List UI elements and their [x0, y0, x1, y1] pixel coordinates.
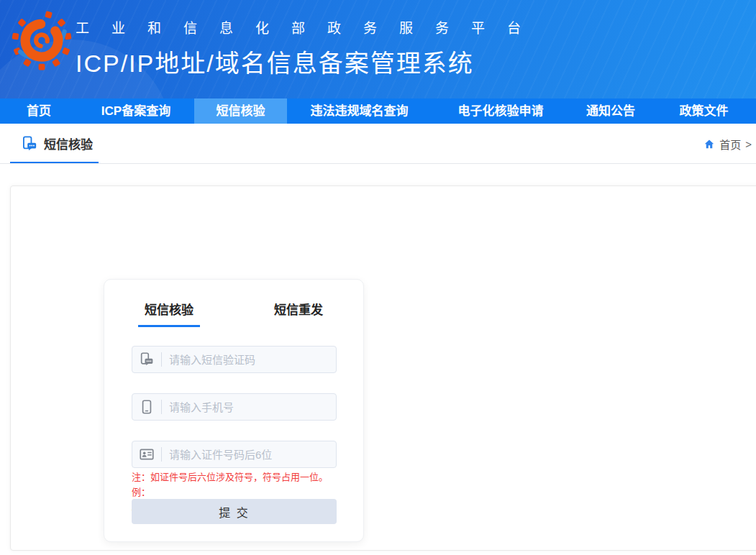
breadcrumb-separator: > — [745, 138, 752, 150]
nav-item-e-verification[interactable]: 电子化核验申请 — [432, 98, 570, 124]
field-divider — [161, 447, 162, 462]
home-icon — [703, 139, 715, 150]
section-title: 短信核验 — [44, 134, 93, 152]
platform-name: 工业和信息化部政务服务平台 — [76, 17, 543, 37]
content-panel: 短信核验 短信重发 — [10, 185, 756, 551]
tab-sms-verify[interactable]: 短信核验 — [104, 300, 234, 327]
id-card-icon — [140, 447, 154, 462]
miit-logo-icon — [10, 10, 73, 73]
breadcrumb: 首页 > — [703, 137, 752, 152]
sms-verify-card: 短信核验 短信重发 — [104, 279, 364, 542]
field-divider — [161, 352, 162, 367]
card-tabs: 短信核验 短信重发 — [104, 300, 363, 327]
id-format-note-line1: 注：如证件号后六位涉及符号，符号占用一位。例： — [132, 469, 342, 500]
id-number-input[interactable] — [169, 449, 336, 461]
page: 工业和信息化部政务服务平台 ICP/IP地址/域名信息备案管理系统 首页 ICP… — [0, 0, 756, 555]
nav-item-sms-verify[interactable]: 短信核验 — [194, 98, 287, 124]
main-nav: 首页 ICP备案查询 短信核验 违法违规域名查询 电子化核验申请 通知公告 政策… — [0, 98, 756, 124]
nav-item-notices[interactable]: 通知公告 — [570, 98, 652, 124]
tab-sms-resend[interactable]: 短信重发 — [234, 300, 363, 327]
breadcrumb-home-link[interactable]: 首页 — [719, 137, 741, 152]
sms-icon — [22, 136, 37, 152]
system-title: ICP/IP地址/域名信息备案管理系统 — [76, 44, 543, 79]
id-number-field — [132, 441, 337, 468]
sms-code-field — [132, 346, 337, 373]
section-divider — [0, 163, 756, 164]
section-header-row: 短信核验 首页 > — [0, 124, 756, 164]
sms-code-input[interactable] — [169, 354, 336, 366]
phone-input[interactable] — [169, 401, 336, 413]
field-divider — [161, 400, 162, 414]
sms-code-icon — [140, 352, 154, 367]
nav-item-policy-files[interactable]: 政策文件 — [652, 98, 756, 124]
nav-item-icp-query[interactable]: ICP备案查询 — [78, 98, 194, 124]
nav-item-home[interactable]: 首页 — [0, 98, 78, 124]
header-banner: 工业和信息化部政务服务平台 ICP/IP地址/域名信息备案管理系统 — [0, 0, 756, 98]
submit-button[interactable]: 提 交 — [132, 499, 337, 524]
phone-field — [132, 393, 337, 421]
mobile-icon — [140, 400, 154, 414]
nav-item-illegal-domain-query[interactable]: 违法违规域名查询 — [287, 98, 432, 124]
